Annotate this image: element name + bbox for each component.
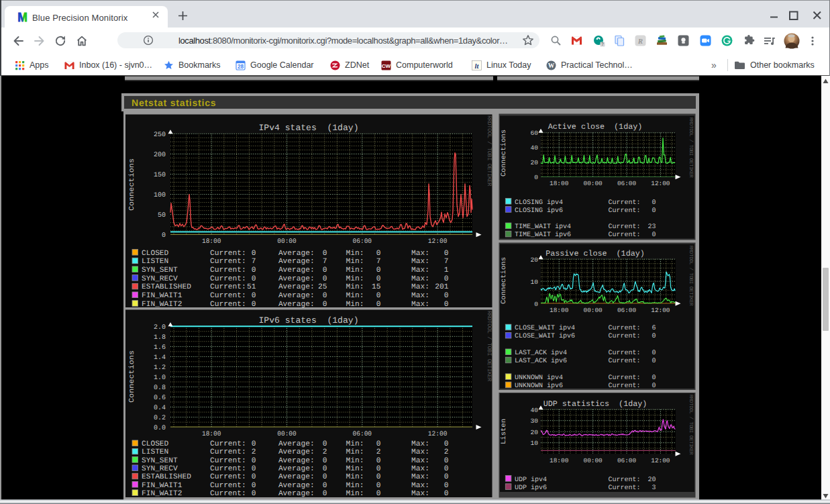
svg-text:06:00: 06:00	[617, 180, 636, 187]
svg-text:SYN_RECV: SYN_RECV	[142, 465, 178, 473]
svg-text:12:00: 12:00	[428, 238, 448, 246]
svg-text:0: 0	[376, 440, 381, 448]
svg-text:R: R	[637, 37, 643, 45]
svg-text:TIME_WAIT ipv4: TIME_WAIT ipv4	[515, 223, 571, 231]
svg-text:Current:: Current:	[609, 232, 641, 239]
svg-text:0: 0	[323, 275, 327, 283]
svg-text:Listen: Listen	[500, 419, 508, 444]
svg-text:18:00: 18:00	[550, 307, 568, 314]
svg-text:18:00: 18:00	[202, 238, 221, 246]
svg-text:0: 0	[252, 440, 256, 448]
svg-text:Average:: Average:	[278, 266, 315, 274]
svg-text:0: 0	[252, 465, 256, 473]
svg-text:0: 0	[252, 473, 256, 481]
svg-text:ESTABLISHED: ESTABLISHED	[142, 283, 191, 291]
svg-text:18:00: 18:00	[550, 180, 568, 187]
svg-text:12:00: 12:00	[428, 431, 448, 438]
svg-text:Current:: Current:	[210, 465, 246, 473]
svg-text:UDP ipv6: UDP ipv6	[515, 484, 547, 492]
svg-text:Min:: Min:	[346, 274, 364, 283]
svg-text:0: 0	[444, 465, 449, 473]
svg-text:Current:: Current:	[609, 358, 641, 365]
svg-text:100: 100	[154, 192, 166, 199]
svg-text:0: 0	[376, 266, 381, 274]
svg-text:Max:: Max:	[411, 473, 429, 481]
svg-text:Min:: Min:	[346, 456, 364, 465]
svg-text:0: 0	[323, 457, 327, 465]
svg-text:60: 60	[531, 130, 539, 137]
svg-text:Min:: Min:	[346, 291, 364, 300]
svg-text:Max:: Max:	[411, 266, 429, 274]
svg-text:0.0: 0.0	[154, 425, 166, 432]
svg-text:0.4: 0.4	[154, 405, 166, 412]
svg-text:00:00: 00:00	[277, 238, 297, 246]
svg-text:0: 0	[444, 440, 449, 448]
svg-text:0: 0	[652, 350, 656, 357]
svg-text:201: 201	[435, 283, 448, 291]
svg-text:06:00: 06:00	[353, 431, 372, 438]
svg-text:Max:: Max:	[411, 292, 429, 300]
svg-text:SYN_SENT: SYN_SENT	[142, 266, 178, 274]
svg-text:Current:: Current:	[609, 223, 641, 231]
svg-text:TIME_WAIT ipv6: TIME_WAIT ipv6	[515, 231, 571, 239]
svg-text:Max:: Max:	[411, 258, 429, 266]
svg-text:0.6: 0.6	[154, 395, 166, 402]
svg-text:06:00: 06:00	[617, 307, 636, 314]
svg-text:Average:: Average:	[278, 482, 315, 490]
svg-text:?: ?	[601, 42, 604, 46]
svg-text:Average:: Average:	[278, 275, 315, 283]
svg-text:12:00: 12:00	[651, 180, 670, 187]
svg-text:Current:: Current:	[210, 250, 246, 258]
svg-text:0: 0	[652, 207, 656, 215]
svg-text:IPv6 states (1day): IPv6 states (1day)	[259, 315, 359, 325]
svg-text:Min:: Min:	[346, 472, 364, 481]
svg-text:Current:: Current:	[210, 490, 246, 498]
svg-text:SYN_RECV: SYN_RECV	[142, 275, 178, 283]
svg-text:UDP ipv4: UDP ipv4	[515, 476, 547, 484]
svg-text:00:00: 00:00	[277, 431, 297, 438]
svg-text:Min:: Min:	[346, 266, 364, 274]
svg-text:Max:: Max:	[411, 457, 429, 465]
svg-text:0: 0	[444, 490, 449, 498]
svg-text:Min:: Min:	[346, 283, 364, 291]
svg-text:0: 0	[323, 473, 327, 481]
svg-text:Netstat statistics: Netstat statistics	[132, 97, 216, 108]
svg-text:0: 0	[652, 333, 656, 340]
svg-text:Max:: Max:	[411, 283, 429, 291]
svg-text:2: 2	[376, 448, 381, 456]
svg-text:CLOSE_WAIT ipv4: CLOSE_WAIT ipv4	[515, 324, 575, 332]
svg-text:1.0: 1.0	[154, 374, 166, 382]
svg-text:1: 1	[444, 266, 449, 274]
svg-text:Current:: Current:	[609, 476, 641, 484]
svg-text:LISTEN: LISTEN	[142, 258, 168, 266]
svg-text:20: 20	[531, 159, 539, 166]
svg-text:Average:: Average:	[278, 283, 315, 291]
svg-text:FIN_WAIT1: FIN_WAIT1	[142, 292, 183, 300]
svg-text:RRDTOOL / TOBI OETIKER: RRDTOOL / TOBI OETIKER	[486, 311, 492, 382]
svg-text:Average:: Average:	[278, 250, 315, 258]
svg-text:Current:: Current:	[210, 457, 246, 465]
svg-text:00:00: 00:00	[584, 457, 603, 464]
svg-text:0: 0	[323, 490, 327, 498]
svg-text:1.2: 1.2	[154, 364, 166, 372]
svg-text:0: 0	[323, 465, 327, 473]
svg-text:0: 0	[652, 232, 656, 239]
svg-text:7: 7	[444, 258, 449, 266]
svg-text:0: 0	[252, 457, 256, 465]
svg-text:0: 0	[252, 292, 256, 300]
svg-text:Current:: Current:	[609, 207, 641, 215]
svg-text:CLOSED: CLOSED	[142, 440, 169, 448]
svg-text:18:00: 18:00	[202, 431, 221, 438]
svg-text:25: 25	[318, 283, 327, 291]
svg-text:0: 0	[444, 250, 449, 258]
svg-text:Max:: Max:	[411, 465, 429, 473]
svg-text:0: 0	[323, 266, 327, 274]
svg-text:20: 20	[531, 429, 539, 436]
svg-text:0: 0	[252, 250, 256, 258]
svg-text:Average:: Average:	[278, 440, 315, 448]
svg-text:UNKNOWN ipv6: UNKNOWN ipv6	[515, 382, 563, 390]
svg-text:40: 40	[531, 407, 539, 414]
svg-text:0: 0	[652, 383, 656, 390]
svg-text:20: 20	[531, 256, 539, 264]
svg-text:Min:: Min:	[346, 481, 364, 490]
